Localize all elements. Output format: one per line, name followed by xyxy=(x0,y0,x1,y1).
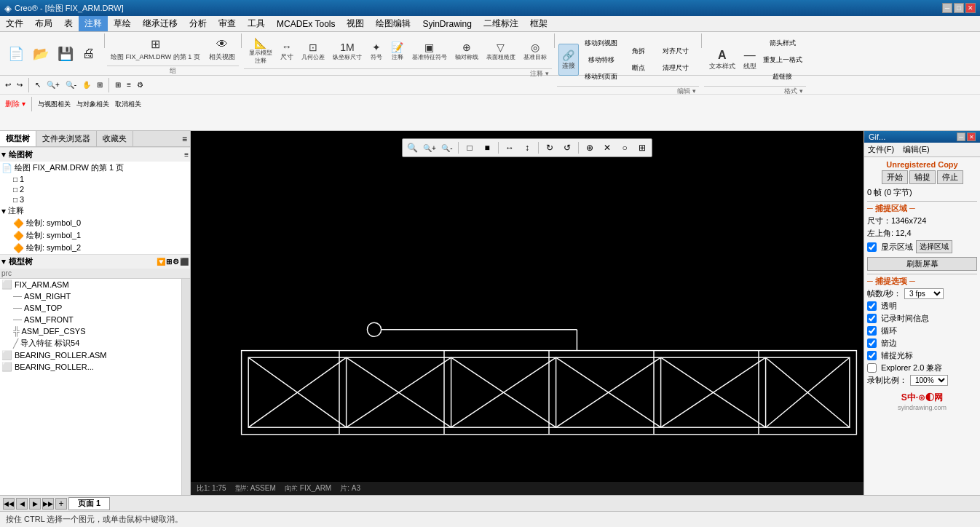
panel-options-button[interactable]: ≡ xyxy=(182,134,187,144)
clean-dim-button[interactable]: 清理尺寸 xyxy=(654,60,698,76)
move-to-page-button[interactable]: 移动到页面 xyxy=(580,68,623,84)
geo-tol-button[interactable]: ⊡ 几何公差 xyxy=(298,35,328,67)
asm-right-item[interactable]: — ASM_RIGHT xyxy=(0,290,190,302)
sheet-3-item[interactable]: □ 3 xyxy=(0,194,190,205)
repeat-last-format-button[interactable]: 重复上一格式 xyxy=(761,52,805,68)
zoom-out-button[interactable]: 🔍- xyxy=(63,77,79,93)
rp-minimize-button[interactable]: ─ xyxy=(957,132,965,141)
canvas-area[interactable]: 🔍 🔍+ 🔍- □ ■ ↔ ↕ ↻ ↺ ⊕ ✕ ○ ⊞ xyxy=(191,131,864,495)
drawing-tree-header[interactable]: ▾ 绘图树 ≡ xyxy=(0,147,190,162)
print-button[interactable]: 🖨 xyxy=(79,45,99,63)
text-style-button[interactable]: A 文本样式 xyxy=(706,44,739,76)
asm-top-item[interactable]: — ASM_TOP xyxy=(0,302,190,314)
model-tree-settings-button[interactable]: ⚙ xyxy=(173,258,179,266)
ordinate-dim-button[interactable]: 1M 纵坐标尺寸 xyxy=(329,35,365,67)
menu-file[interactable]: 文件 xyxy=(0,16,29,31)
page-add-button[interactable]: + xyxy=(55,498,67,510)
show-region-checkbox[interactable] xyxy=(867,242,877,252)
asm-def-csys-item[interactable]: ╬ ASM_DEF_CSYS xyxy=(0,325,190,337)
zoom-in-button[interactable]: 🔍+ xyxy=(44,77,62,93)
close-button[interactable]: ✕ xyxy=(965,3,976,13)
refresh-screen-button[interactable]: 刷新屏幕 xyxy=(867,257,977,271)
maximize-button[interactable]: □ xyxy=(954,3,964,13)
model-tree-columns-button[interactable]: ⊞ xyxy=(166,258,172,266)
rp-edit-menu[interactable]: 编辑(E) xyxy=(900,143,933,156)
align-dim-button[interactable]: 对齐尺寸 xyxy=(654,44,698,60)
circle-button[interactable]: ○ xyxy=(617,140,633,155)
note-button[interactable]: 📝 注释 xyxy=(387,35,408,67)
zoom-fit-button[interactable]: ⊞ xyxy=(95,77,105,93)
rp-start-button[interactable]: 开始 xyxy=(882,170,908,184)
border-checkbox[interactable] xyxy=(867,338,877,348)
datum-feature-button[interactable]: ▣ 基准特征符号 xyxy=(408,35,451,67)
menu-tools[interactable]: 工具 xyxy=(242,16,271,31)
rp-file-menu[interactable]: 文件(F) xyxy=(865,143,897,156)
flip-h-button[interactable]: ↔ xyxy=(502,140,518,155)
menu-syindrawing[interactable]: SyinDrawing xyxy=(416,16,477,31)
record-ratio-select[interactable]: 100% 75% 50% xyxy=(910,375,948,386)
draw-group-button[interactable]: ⊞ 绘图 FIX_ARM.DRW 的第 1 页 xyxy=(107,33,204,66)
rp-close-button[interactable]: ✕ xyxy=(967,132,976,141)
grid-button[interactable]: ⊞ xyxy=(113,77,123,93)
view-relate-button[interactable]: 与视图相关 xyxy=(36,96,73,112)
snap-button[interactable]: ⊕ xyxy=(582,140,598,155)
sheet-2-item[interactable]: □ 2 xyxy=(0,184,190,194)
menu-sketch[interactable]: 草绘 xyxy=(108,16,137,31)
menu-inherit[interactable]: 继承迁移 xyxy=(137,16,183,31)
line-style-button[interactable]: — 线型 xyxy=(740,44,760,76)
surface-roughness-button[interactable]: ▽ 表面粗糙度 xyxy=(483,35,519,67)
menu-drawing-edit[interactable]: 绘图编辑 xyxy=(370,16,416,31)
fps-select[interactable]: 3 fps 5 fps 10 fps xyxy=(904,288,944,299)
symbol-button[interactable]: ✦ 符号 xyxy=(366,35,387,67)
axis-sym-button[interactable]: ⊕ 轴对称线 xyxy=(451,35,482,67)
menu-analysis[interactable]: 分析 xyxy=(183,16,213,31)
sheet-1-item[interactable]: □ 1 xyxy=(0,174,190,184)
arrow-style-button[interactable]: 箭头样式 xyxy=(761,35,805,51)
settings-button[interactable]: ⚙ xyxy=(135,77,146,93)
rp-stop-button[interactable]: 停止 xyxy=(937,170,963,184)
fix-arm-asm-item[interactable]: ⬜ FIX_ARM.ASM xyxy=(0,279,190,290)
minimize-button[interactable]: ─ xyxy=(942,3,952,13)
symbol-0-item[interactable]: 🔶 绘制: symbol_0 xyxy=(0,217,190,229)
loop-checkbox[interactable] xyxy=(867,326,877,336)
explorer-compat-checkbox[interactable] xyxy=(867,363,877,373)
transparent-checkbox[interactable] xyxy=(867,301,877,311)
tb-delete-button[interactable]: 删除 ▾ xyxy=(3,96,28,112)
menu-layout[interactable]: 布局 xyxy=(29,16,58,31)
menu-mcadex[interactable]: MCADEx Tools xyxy=(271,16,341,31)
flip-v-button[interactable]: ↕ xyxy=(519,140,535,155)
annotation-group[interactable]: ▾ 注释 xyxy=(0,205,190,217)
break-point-button[interactable]: 断点 xyxy=(624,60,653,76)
dimension-button[interactable]: ↔ 尺寸 xyxy=(277,35,297,67)
menu-annotation[interactable]: 注释 xyxy=(79,16,108,31)
rp-capture-button[interactable]: 辅捉 xyxy=(909,170,936,184)
save-button[interactable]: 💾 xyxy=(54,45,77,63)
drawing-tree-options[interactable]: ≡ xyxy=(184,151,189,159)
view-solid-button[interactable]: ■ xyxy=(479,140,495,155)
model-tree-header[interactable]: ▾ 模型树 🔽 ⊞ ⚙ ⬛ xyxy=(0,254,190,269)
related-view-button[interactable]: 👁 相关视图 xyxy=(205,33,239,66)
select-region-button[interactable]: 选择区域 xyxy=(916,240,952,253)
bearing-roller-asm-item[interactable]: ⬜ BEARING_ROLLER.ASM xyxy=(0,349,190,361)
tab-folder-browser[interactable]: 文件夹浏览器 xyxy=(36,131,97,146)
page-1-tab[interactable]: 页面 1 xyxy=(68,497,110,510)
tab-favorites[interactable]: 收藏夹 xyxy=(97,131,133,146)
page-last-button[interactable]: ▶▶ xyxy=(42,498,54,510)
new-button[interactable]: 📄 xyxy=(4,45,28,63)
zoom-out-canvas-button[interactable]: 🔍- xyxy=(439,140,455,155)
pan-button[interactable]: ✋ xyxy=(80,77,93,93)
menu-2d-dim[interactable]: 二维标注 xyxy=(478,16,524,31)
bearing-roller-asm2-item[interactable]: ⬜ BEARING_ROLLER... xyxy=(0,361,190,373)
symbol-1-item[interactable]: 🔶 绘制: symbol_1 xyxy=(0,229,190,242)
layers-button[interactable]: ≡ xyxy=(125,77,133,93)
timestamp-checkbox[interactable] xyxy=(867,314,877,323)
connect-button[interactable]: 🔗 连接 xyxy=(558,44,579,76)
open-button[interactable]: 📂 xyxy=(29,45,52,63)
redo-button[interactable]: ↪ xyxy=(15,77,25,93)
model-tree-expand-button[interactable]: ⬛ xyxy=(180,258,189,266)
import-feature-item[interactable]: ╱ 导入特征 标识54 xyxy=(0,337,190,349)
zoom-fit-canvas-button[interactable]: 🔍 xyxy=(404,140,420,155)
menu-review[interactable]: 审查 xyxy=(213,16,242,31)
page-first-button[interactable]: ◀◀ xyxy=(3,498,15,510)
hyperlink-button[interactable]: 超链接 xyxy=(761,68,805,84)
